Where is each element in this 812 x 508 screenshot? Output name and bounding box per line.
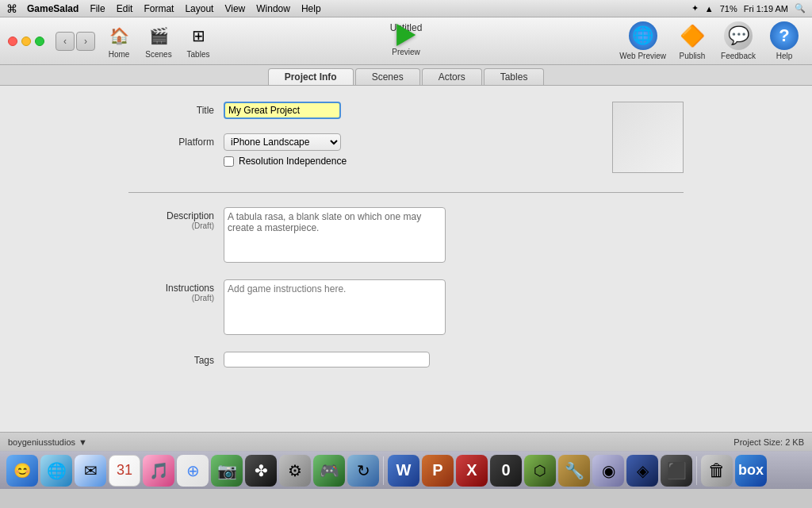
title-row: Title xyxy=(128,102,596,119)
scenes-button[interactable]: 🎬 Scenes xyxy=(143,23,174,59)
tabbar: Project Info Scenes Actors Tables xyxy=(0,65,812,86)
apple-menu[interactable]: ⌘ xyxy=(6,2,17,15)
dock-safari[interactable]: 🌐 xyxy=(40,455,72,487)
back-button[interactable]: ‹ xyxy=(56,32,75,51)
description-control: A tabula rasa, a blank slate on which on… xyxy=(224,207,684,265)
dock-calendar[interactable]: 31 xyxy=(109,455,140,487)
play-icon xyxy=(396,24,416,46)
help-icon: ? xyxy=(770,21,799,50)
resolution-label: Resolution Independence xyxy=(239,156,347,167)
web-preview-icon: 🌐 xyxy=(629,21,657,50)
section-divider xyxy=(128,192,684,193)
dock-blender[interactable]: ◈ xyxy=(626,455,658,487)
publish-icon: 🔶 xyxy=(678,21,707,50)
menu-edit[interactable]: Edit xyxy=(117,3,133,14)
dock-gamesalad[interactable]: 🎮 xyxy=(313,455,345,487)
description-row: Description (Draft) A tabula rasa, a bla… xyxy=(128,207,684,265)
main-content: Title Platform iPhone Landscape iPhone P… xyxy=(0,86,812,432)
tab-scenes[interactable]: Scenes xyxy=(355,68,420,85)
instructions-row: Instructions (Draft) xyxy=(128,279,684,337)
help-button[interactable]: ? Help xyxy=(764,21,804,60)
tables-label: Tables xyxy=(187,50,210,59)
platform-row: Platform iPhone Landscape iPhone Portrai… xyxy=(128,133,596,167)
toolbar-right-buttons: 🌐 Web Preview 🔶 Publish 💬 Feedback ? Hel… xyxy=(619,21,804,60)
traffic-lights xyxy=(8,37,44,46)
title-input[interactable] xyxy=(224,102,341,119)
dock-trash[interactable]: 🗑 xyxy=(701,455,733,487)
publish-label: Publish xyxy=(680,52,706,60)
dock-box[interactable]: box xyxy=(735,455,767,487)
preview-button[interactable]: Preview xyxy=(392,24,420,56)
feedback-icon: 💬 xyxy=(724,21,753,50)
dock-itunes[interactable]: 🎵 xyxy=(143,455,174,487)
dock-iphoto[interactable]: 📷 xyxy=(211,455,243,487)
menubar-right: ✦ ▲ 71% Fri 1:19 AM 🔍 xyxy=(691,3,806,13)
menu-file[interactable]: File xyxy=(90,3,105,14)
home-label: Home xyxy=(109,50,130,59)
title-control xyxy=(224,102,596,119)
title-label: Title xyxy=(128,102,224,116)
dock-textmate[interactable]: X xyxy=(456,455,488,487)
description-label: Description (Draft) xyxy=(128,207,224,230)
close-button[interactable] xyxy=(8,37,17,46)
feedback-button[interactable]: 💬 Feedback xyxy=(718,21,758,60)
maximize-button[interactable] xyxy=(35,37,44,46)
instructions-label: Instructions (Draft) xyxy=(128,279,224,302)
tables-icon: ⊞ xyxy=(186,23,211,48)
dock-app8[interactable]: ⬛ xyxy=(661,455,692,487)
spotlight-icon[interactable]: 🔍 xyxy=(795,3,806,13)
tags-row: Tags xyxy=(128,352,684,368)
description-sublabel: (Draft) xyxy=(128,221,214,230)
tab-tables[interactable]: Tables xyxy=(484,68,545,85)
web-preview-label: Web Preview xyxy=(619,52,666,60)
resolution-checkbox[interactable] xyxy=(224,156,234,167)
tab-actors[interactable]: Actors xyxy=(422,68,482,85)
bluetooth-icon[interactable]: ✦ xyxy=(691,3,699,13)
dock-aperture[interactable]: ✤ xyxy=(245,455,277,487)
menu-layout[interactable]: Layout xyxy=(185,3,213,14)
dock-separator-2 xyxy=(696,456,697,485)
clock: Fri 1:19 AM xyxy=(744,4,788,13)
home-button[interactable]: 🏠 Home xyxy=(103,23,135,59)
form-area: Title Platform iPhone Landscape iPhone P… xyxy=(97,102,715,368)
platform-select[interactable]: iPhone Landscape iPhone Portrait iPad La… xyxy=(224,133,341,151)
wifi-icon[interactable]: ▲ xyxy=(705,4,714,13)
dock-isync[interactable]: ↻ xyxy=(347,455,379,487)
dock-finder[interactable]: 😊 xyxy=(6,455,38,487)
dock-chrome[interactable]: ⊕ xyxy=(177,455,209,487)
dock-system-prefs[interactable]: ⚙ xyxy=(279,455,311,487)
dock-app6[interactable]: 🔧 xyxy=(558,455,590,487)
menu-view[interactable]: View xyxy=(224,3,245,14)
image-preview[interactable] xyxy=(612,102,684,173)
preview-label: Preview xyxy=(392,48,420,56)
dock-app5[interactable]: ⬡ xyxy=(524,455,556,487)
username: boygeniusstudios xyxy=(8,437,75,447)
minimize-button[interactable] xyxy=(21,37,31,46)
forward-button[interactable]: › xyxy=(76,32,95,51)
resolution-row: Resolution Independence xyxy=(224,156,596,167)
dock: 😊 🌐 ✉ 31 🎵 ⊕ 📷 ✤ ⚙ 🎮 ↻ W P X 0 ⬡ xyxy=(0,451,812,489)
dock-app7[interactable]: ◉ xyxy=(592,455,624,487)
instructions-sublabel: (Draft) xyxy=(128,294,214,302)
tags-input[interactable] xyxy=(224,352,430,368)
publish-button[interactable]: 🔶 Publish xyxy=(672,21,712,60)
dock-powerpoint[interactable]: P xyxy=(422,455,454,487)
description-textarea[interactable]: A tabula rasa, a blank slate on which on… xyxy=(224,207,446,263)
home-icon: 🏠 xyxy=(106,23,132,48)
menu-format[interactable]: Format xyxy=(144,3,174,14)
project-size: Project Size: 2 KB xyxy=(733,437,804,447)
user-button[interactable]: boygeniusstudios ▼ xyxy=(8,437,87,447)
dock-separator xyxy=(383,456,384,485)
statusbar: boygeniusstudios ▼ Project Size: 2 KB xyxy=(0,432,812,451)
menu-gamesalad[interactable]: GameSalad xyxy=(27,3,79,14)
menu-help[interactable]: Help xyxy=(301,3,321,14)
tables-button[interactable]: ⊞ Tables xyxy=(182,23,214,59)
menu-window[interactable]: Window xyxy=(256,3,290,14)
tab-project-info[interactable]: Project Info xyxy=(268,68,354,85)
instructions-textarea[interactable] xyxy=(224,279,446,335)
web-preview-button[interactable]: 🌐 Web Preview xyxy=(619,21,666,60)
dock-mail[interactable]: ✉ xyxy=(75,455,106,487)
dock-word[interactable]: W xyxy=(388,455,419,487)
dock-zero-app[interactable]: 0 xyxy=(490,455,522,487)
scenes-icon: 🎬 xyxy=(146,23,171,48)
